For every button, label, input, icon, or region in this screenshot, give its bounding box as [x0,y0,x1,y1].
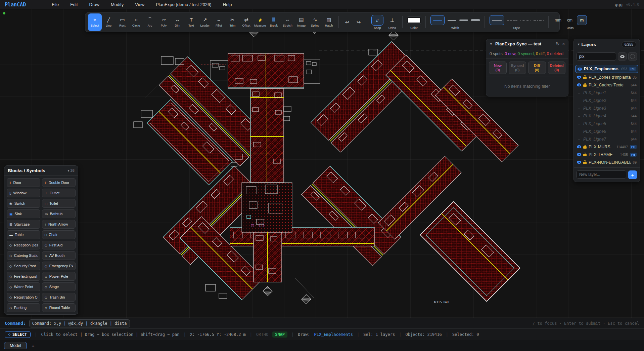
menu-modify[interactable]: Modify [105,2,129,7]
eye-icon[interactable] [577,76,581,79]
tool-image[interactable]: ▤Image [294,13,308,31]
hidden-icon[interactable] [577,106,581,110]
collapse-icon[interactable]: ▼ [577,43,580,46]
block-window[interactable]: ▯Window [7,189,40,197]
style-option-dashdot[interactable] [534,20,544,21]
layer-row-plx-ligne7[interactable]: PLX_Ligne7 644 [574,135,640,143]
lock-icon[interactable] [583,162,587,164]
block-av-booth[interactable]: ◇AV Booth [42,251,76,260]
eye-icon[interactable] [578,68,582,71]
style-option-dotted[interactable] [520,20,531,21]
block-fire-extinguisher[interactable]: ◇Fire Extinguisher [7,272,40,281]
hidden-icon[interactable] [577,114,581,118]
layer-row-plx-murs[interactable]: PLX-MURS 114407 PE [574,143,640,151]
lock-icon[interactable] [583,146,587,149]
tool-measure[interactable]: ▰Measure [253,13,267,31]
layer-row-plx-ligne1[interactable]: PLX_Ligne1 644 [574,89,640,96]
style-option-solid[interactable] [490,15,504,25]
blocks-panel-header[interactable]: Blocks / Symbols ▾ 26 [4,166,78,176]
hidden-icon[interactable] [577,129,581,133]
tool-spline[interactable]: ∿Spline [308,13,322,31]
eye-icon[interactable] [577,145,581,148]
menu-draw[interactable]: Draw [84,2,105,7]
block-staircase[interactable]: ⊞Staircase [7,220,40,229]
menu-edit[interactable]: Edit [64,2,83,7]
ortho-toggle[interactable]: ⊥ Ortho [386,15,398,30]
snap-indicator[interactable]: SNAP [272,332,287,338]
width-option-2[interactable] [448,20,456,21]
tool-select[interactable]: ⌖Select [88,13,102,31]
draw-layer-value[interactable]: PLX_Emplacements [314,332,353,337]
tool-text[interactable]: TText [184,13,198,31]
block-security-post[interactable]: ◇Security Post [7,262,40,270]
snap-toggle[interactable]: # Snap [371,15,383,30]
block-parking[interactable]: ◇Parking [7,303,40,312]
tool-fillet[interactable]: ⌣Fillet [212,13,226,31]
refresh-icon[interactable]: ↻ [556,41,560,46]
block-north-arrow[interactable]: ↑North Arrow [42,220,76,229]
eye-icon[interactable] [577,153,581,156]
block-stage[interactable]: ◇Stage [42,282,76,291]
layer-row-plx-zones[interactable]: PLX_Zones d'implanta... 35 [574,73,640,81]
eye-icon[interactable] [577,83,581,86]
block-trash-bin[interactable]: ◇Trash Bin [42,293,76,302]
style-option-dashed[interactable] [507,20,517,21]
ortho-indicator[interactable]: ORTHO [256,332,268,337]
layer-row-plx-ligne5[interactable]: PLX_Ligne5 644 [574,120,640,127]
width-option-3[interactable] [459,20,468,21]
tool-trim[interactable]: ✂Trim [226,13,239,31]
block-switch[interactable]: ◉Switch [7,199,40,208]
layer-row-plx-ligne3[interactable]: PLX_Ligne3 644 [574,104,640,112]
block-water-point[interactable]: ◇Water Point [7,282,40,291]
block-round-table[interactable]: ◇Round Table [42,303,76,312]
eye-icon[interactable] [577,161,581,164]
menu-planexpo[interactable]: PlanExpo (demo / test-2026) [150,2,217,7]
block-toilet[interactable]: ◻Toilet [42,199,76,208]
new-layer-input[interactable] [577,170,626,179]
undo-button[interactable]: ↩ [341,17,353,27]
lock-icon[interactable] [583,84,587,87]
block-catering-station[interactable]: ◇Catering Station [7,251,40,260]
tool-rect[interactable]: ▭Rect [116,13,129,31]
hidden-icon[interactable] [577,99,581,103]
command-input[interactable] [29,319,130,327]
layer-row-plx-ligne4[interactable]: PLX_Ligne4 644 [574,112,640,120]
tool-line[interactable]: ╱Line [102,13,116,31]
block-outlet[interactable]: ⊥Outlet [42,189,76,197]
width-option-1[interactable] [430,15,445,25]
layer-row-plx-non-elingable[interactable]: PLX-NON-ELINGABLE 69 [574,158,640,166]
add-tab-button[interactable]: + [32,343,35,349]
block-chair[interactable]: □Chair [42,230,76,239]
block-emergency-exit[interactable]: ◇Emergency Exit [42,262,76,270]
menu-help[interactable]: Help [217,2,238,7]
unit-m[interactable]: m [577,15,587,25]
filter-new-button[interactable]: New(0) [489,62,507,74]
block-double-door[interactable]: ▮Double Door [42,178,76,187]
tool-leader[interactable]: ↗Leader [198,13,212,31]
hidden-icon[interactable] [577,91,581,95]
tab-model[interactable]: Model [4,342,27,349]
close-icon[interactable]: × [562,41,565,46]
tool-hatch[interactable]: ▨Hatch [322,13,336,31]
menu-file[interactable]: File [46,2,64,7]
tool-poly[interactable]: ▱Poly [157,13,171,31]
tool-offset[interactable]: ⇄Offset [239,13,253,31]
block-table[interactable]: ▬Table [7,230,40,239]
block-registration-counter[interactable]: ◇Registration Coun [7,293,40,302]
hidden-icon[interactable] [577,122,581,126]
tool-arc[interactable]: ⌒Arc [143,13,157,31]
tool-dim[interactable]: ↔Dim [171,13,184,31]
filter-deleted-button[interactable]: Deleted(0) [548,62,566,74]
hidden-icon[interactable] [577,137,581,141]
block-bathtub[interactable]: ▭Bathtub [42,209,76,218]
layer-row-plx-ligne6[interactable]: PLX_Ligne6 644 [574,127,640,135]
color-swatch[interactable] [407,17,421,24]
tool-circle[interactable]: ○Circle [129,13,143,31]
filter-synced-button[interactable]: Synced(0) [509,62,526,74]
lock-icon[interactable] [583,77,587,79]
block-first-aid[interactable]: ◇First Aid [42,241,76,249]
layer-row-plx-cadres-texte[interactable]: PLX_Cadres Texte 644 [574,81,640,89]
block-power-pole[interactable]: ◇Power Pole [42,272,76,281]
filter-diff-button[interactable]: Diff(0) [528,62,546,74]
width-option-4[interactable] [471,19,480,21]
